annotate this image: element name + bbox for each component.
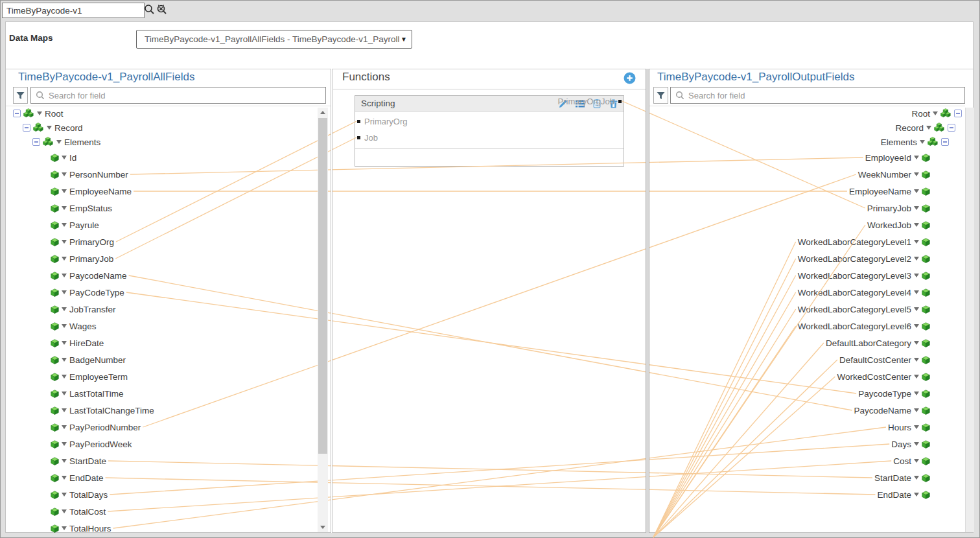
target-tree-row-days[interactable]: Days (891, 436, 930, 452)
input-connector[interactable] (357, 120, 360, 123)
functions-target-splitter[interactable] (646, 69, 649, 533)
target-tree-row-cost[interactable]: Cost (893, 452, 930, 469)
target-tree-row-paycodename[interactable]: PaycodeName (854, 402, 930, 419)
field-menu-arrow-icon[interactable] (914, 274, 919, 277)
field-menu-arrow-icon[interactable] (62, 240, 67, 244)
target-tree-row-workedlaborcategorylevel6[interactable]: WorkedLaborCategoryLevel6 (798, 318, 930, 334)
field-menu-arrow-icon[interactable] (62, 206, 67, 210)
source-tree-row-startdate[interactable]: StartDate (51, 452, 106, 469)
field-menu-arrow-icon[interactable] (56, 140, 62, 144)
target-filter-button[interactable] (653, 87, 668, 104)
field-menu-arrow-icon[interactable] (47, 126, 52, 130)
field-menu-arrow-icon[interactable] (914, 156, 919, 159)
field-menu-arrow-icon[interactable] (62, 509, 67, 513)
target-tree-row-paycodetype[interactable]: PaycodeType (858, 385, 930, 402)
target-tree-row-workedlaborcategorylevel2[interactable]: WorkedLaborCategoryLevel2 (798, 250, 930, 267)
field-menu-arrow-icon[interactable] (926, 126, 931, 130)
target-tree-row-startdate[interactable]: StartDate (874, 469, 930, 486)
field-menu-arrow-icon[interactable] (62, 156, 67, 159)
add-function-button[interactable] (624, 72, 636, 87)
collapse-icon[interactable] (23, 124, 30, 132)
source-tree-row-enddate[interactable]: EndDate (51, 469, 104, 486)
source-tree-row-paycodetype[interactable]: PayCodeType (51, 284, 124, 301)
target-tree-row-workedlaborcategorylevel3[interactable]: WorkedLaborCategoryLevel3 (798, 267, 930, 284)
field-menu-arrow-icon[interactable] (62, 442, 67, 446)
target-tree-row-hours[interactable]: Hours (888, 419, 930, 436)
field-menu-arrow-icon[interactable] (914, 425, 919, 429)
source-tree-row-totalhours[interactable]: TotalHours (51, 520, 111, 537)
target-tree-row-workedjob[interactable]: WorkedJob (867, 216, 930, 233)
function-output[interactable]: PrimaryOrgJob (558, 96, 622, 106)
function-input-job[interactable]: Job (357, 132, 378, 143)
source-tree-scrollbar[interactable] (318, 108, 328, 532)
field-menu-arrow-icon[interactable] (62, 493, 67, 497)
collapse-icon[interactable] (13, 110, 21, 117)
field-menu-arrow-icon[interactable] (914, 392, 919, 395)
source-tree-row-employeename[interactable]: EmployeeName (51, 183, 132, 200)
source-tree-row-employeeterm[interactable]: EmployeeTerm (51, 368, 128, 385)
scripting-function-box[interactable]: Scripting PrimaryOrgJob PrimaryOrgJob (355, 95, 624, 167)
field-menu-arrow-icon[interactable] (62, 307, 67, 311)
field-menu-arrow-icon[interactable] (62, 526, 67, 530)
field-menu-arrow-icon[interactable] (62, 257, 67, 261)
target-tree-row-workedlaborcategorylevel4[interactable]: WorkedLaborCategoryLevel4 (798, 284, 930, 301)
field-menu-arrow-icon[interactable] (62, 290, 67, 294)
field-menu-arrow-icon[interactable] (62, 274, 67, 277)
source-tree-row-totaldays[interactable]: TotalDays (51, 486, 108, 503)
source-tree-row-totalcost[interactable]: TotalCost (51, 503, 106, 520)
target-tree-row-workedlaborcategorylevel1[interactable]: WorkedLaborCategoryLevel1 (798, 233, 930, 250)
target-tree-row-employeeid[interactable]: EmployeeId (865, 149, 930, 166)
field-menu-arrow-icon[interactable] (914, 408, 919, 412)
source-tree-row-lasttotaltime[interactable]: LastTotalTime (51, 385, 124, 402)
field-menu-arrow-icon[interactable] (914, 189, 919, 193)
clear-search-icon[interactable] (156, 4, 167, 18)
target-field-search-input[interactable] (687, 90, 964, 101)
source-tree-row-wages[interactable]: Wages (51, 318, 97, 334)
source-field-search-input[interactable] (47, 90, 325, 101)
field-menu-arrow-icon[interactable] (62, 341, 67, 345)
field-menu-arrow-icon[interactable] (62, 476, 67, 480)
field-menu-arrow-icon[interactable] (914, 172, 919, 176)
field-menu-arrow-icon[interactable] (914, 442, 919, 446)
field-menu-arrow-icon[interactable] (914, 324, 919, 328)
field-menu-arrow-icon[interactable] (914, 375, 919, 379)
target-tree-row-workedlaborcategorylevel5[interactable]: WorkedLaborCategoryLevel5 (798, 301, 930, 318)
field-menu-arrow-icon[interactable] (62, 172, 67, 176)
source-tree-row-badgenumber[interactable]: BadgeNumber (51, 351, 126, 368)
field-menu-arrow-icon[interactable] (62, 408, 67, 412)
target-tree-row-weeknumber[interactable]: WeekNumber (858, 166, 930, 183)
source-tree-row-paycodename[interactable]: PaycodeName (51, 267, 127, 284)
field-menu-arrow-icon[interactable] (62, 375, 67, 379)
source-tree-row-lasttotalchangetime[interactable]: LastTotalChangeTime (51, 402, 154, 419)
target-tree-row-enddate[interactable]: EndDate (877, 486, 930, 503)
field-menu-arrow-icon[interactable] (37, 111, 42, 115)
field-menu-arrow-icon[interactable] (914, 240, 919, 244)
target-tree-row-primaryjob[interactable]: PrimaryJob (867, 200, 930, 216)
source-tree-row-elements[interactable]: Elements (32, 134, 100, 150)
field-menu-arrow-icon[interactable] (914, 358, 919, 362)
field-menu-arrow-icon[interactable] (914, 257, 919, 261)
field-menu-arrow-icon[interactable] (914, 290, 919, 294)
source-tree-row-id[interactable]: Id (51, 149, 76, 166)
source-tree-row-primaryorg[interactable]: PrimaryOrg (51, 233, 114, 250)
field-menu-arrow-icon[interactable] (62, 392, 67, 395)
source-tree-row-payrule[interactable]: Payrule (51, 216, 99, 233)
field-menu-arrow-icon[interactable] (62, 189, 67, 193)
function-input-primaryorg[interactable]: PrimaryOrg (357, 116, 407, 126)
target-tree-row-defaultlaborcategory[interactable]: DefaultLaborCategory (826, 334, 930, 351)
source-tree-row-primaryjob[interactable]: PrimaryJob (51, 250, 113, 267)
input-connector[interactable] (357, 136, 360, 139)
field-menu-arrow-icon[interactable] (914, 206, 919, 210)
output-connector[interactable] (618, 100, 622, 103)
field-menu-arrow-icon[interactable] (62, 223, 67, 227)
scroll-down-arrow-icon[interactable] (320, 526, 325, 529)
source-tree-row-empstatus[interactable]: EmpStatus (51, 200, 112, 216)
collapse-icon[interactable] (954, 110, 962, 117)
field-menu-arrow-icon[interactable] (914, 307, 919, 311)
object-search-input[interactable] (2, 3, 145, 18)
field-menu-arrow-icon[interactable] (62, 358, 67, 362)
field-menu-arrow-icon[interactable] (914, 341, 919, 345)
field-menu-arrow-icon[interactable] (62, 459, 67, 463)
field-menu-arrow-icon[interactable] (914, 223, 919, 227)
source-tree-row-jobtransfer[interactable]: JobTransfer (51, 301, 116, 318)
